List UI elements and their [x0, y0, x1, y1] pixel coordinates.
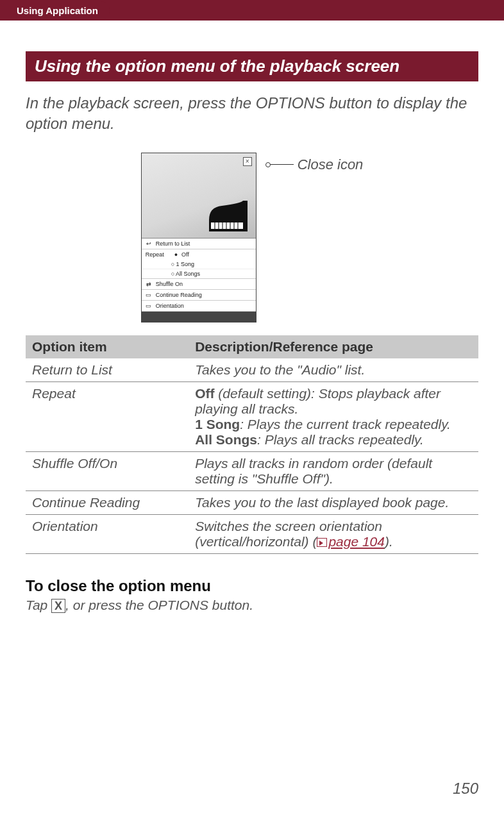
- bold-1song: 1 Song: [195, 417, 240, 432]
- table-row: Repeat Off (default setting): Stops play…: [26, 381, 478, 451]
- intro-text: In the playback screen, press the OPTION…: [26, 93, 478, 135]
- menu-label: Continue Reading: [156, 292, 202, 298]
- menu-repeat[interactable]: Repeat●Off: [142, 249, 256, 260]
- orientation-icon: ▭: [146, 303, 152, 309]
- page-number: 150: [453, 780, 478, 798]
- bold-all: All Songs: [195, 432, 257, 447]
- txt: (default setting): Stops playback after …: [195, 386, 441, 416]
- opt-desc: Takes you to the "Audio" list.: [189, 358, 478, 382]
- close-heading: To close the option menu: [26, 577, 478, 595]
- section-title: Using the option menu of the playback sc…: [26, 51, 478, 81]
- option-menu: ↩Return to List Repeat●Off ○ 1 Song ○ Al…: [142, 238, 256, 312]
- col-option: Option item: [26, 335, 189, 358]
- menu-label: Repeat: [146, 251, 164, 258]
- table-row: Orientation Switches the screen orientat…: [26, 514, 478, 553]
- opt-desc: Takes you to the last displayed book pag…: [189, 490, 478, 514]
- header-bar: Using Application: [0, 0, 504, 21]
- back-icon: ↩: [146, 240, 152, 247]
- callout-label: Close icon: [298, 156, 364, 173]
- opt-name: Continue Reading: [26, 490, 189, 514]
- table-row: Shuffle Off/On Plays all tracks in rando…: [26, 451, 478, 490]
- txt: ).: [385, 534, 393, 549]
- breadcrumb-tab: Using Application: [5, 1, 110, 20]
- txt: : Plays the current track repeatedly.: [240, 417, 451, 432]
- menu-sub-label: 1 Song: [176, 261, 195, 267]
- menu-sub-label: Off: [181, 251, 189, 258]
- opt-name: Return to List: [26, 358, 189, 382]
- menu-orientation[interactable]: ▭Orientation: [142, 301, 256, 312]
- txt: , or press the OPTIONS button.: [65, 598, 253, 612]
- piano-icon: [206, 201, 251, 233]
- opt-name: Shuffle Off/On: [26, 451, 189, 490]
- options-table: Option item Description/Reference page R…: [26, 335, 478, 554]
- album-art: ×: [142, 153, 256, 238]
- close-instruction: Tap X, or press the OPTIONS button.: [26, 598, 478, 613]
- callout-line: [268, 164, 294, 165]
- menu-return[interactable]: ↩Return to List: [142, 239, 256, 249]
- page-ref-icon: [317, 538, 327, 547]
- table-row: Return to List Takes you to the "Audio" …: [26, 358, 478, 382]
- opt-desc: Plays all tracks in random order (defaul…: [189, 451, 478, 490]
- opt-name: Repeat: [26, 381, 189, 451]
- menu-shuffle[interactable]: ⇄Shuffle On: [142, 279, 256, 290]
- opt-desc: Off (default setting): Stops playback af…: [189, 381, 478, 451]
- txt: : Plays all tracks repeatedly.: [257, 432, 424, 447]
- bold-off: Off: [195, 386, 214, 401]
- menu-sub-label: All Songs: [176, 271, 200, 277]
- opt-name: Orientation: [26, 514, 189, 553]
- page-content: Using the option menu of the playback sc…: [0, 21, 504, 613]
- book-icon: ▭: [146, 292, 152, 298]
- opt-desc: Switches the screen orientation (vertica…: [189, 514, 478, 553]
- menu-label: Shuffle On: [156, 281, 183, 287]
- close-icon[interactable]: ×: [243, 157, 252, 166]
- txt: Tap: [26, 598, 51, 612]
- page-link[interactable]: page 104: [328, 534, 385, 549]
- shuffle-icon: ⇄: [146, 281, 152, 287]
- menu-label: Orientation: [156, 303, 184, 309]
- menu-repeat-1song[interactable]: ○ 1 Song: [142, 260, 256, 269]
- device-mockup: × ↩Return to List Repeat●Off ○ 1 Song ○ …: [141, 153, 256, 323]
- menu-repeat-all[interactable]: ○ All Songs: [142, 269, 256, 279]
- col-desc: Description/Reference page: [189, 335, 478, 358]
- menu-label: Return to List: [156, 240, 190, 247]
- table-row: Continue Reading Takes you to the last d…: [26, 490, 478, 514]
- device-footer: [142, 312, 256, 322]
- figure-area: × ↩Return to List Repeat●Off ○ 1 Song ○ …: [26, 153, 478, 323]
- menu-continue[interactable]: ▭Continue Reading: [142, 290, 256, 301]
- x-button-icon: X: [51, 599, 65, 613]
- callout: Close icon: [268, 156, 364, 173]
